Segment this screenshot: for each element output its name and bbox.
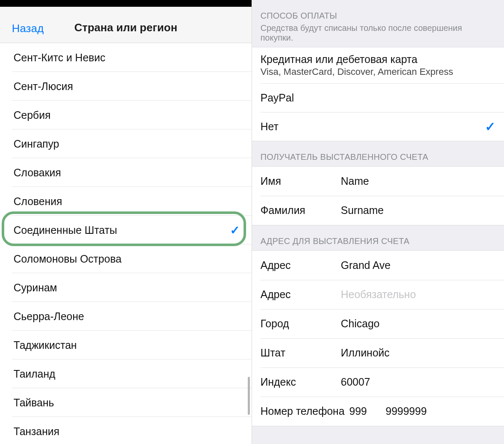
country-list[interactable]: Сент-Китс и НевисСент-ЛюсияСербияСингапу… — [0, 43, 252, 444]
country-row[interactable]: Сент-Китс и Невис — [0, 43, 252, 72]
checkmark-icon: ✓ — [485, 119, 496, 134]
zip-label: Индекс — [260, 376, 341, 388]
phone-number-field[interactable] — [386, 397, 504, 426]
nav-bar: Назад Страна или регион — [0, 7, 252, 43]
first-name-field[interactable] — [341, 167, 496, 196]
address2-row[interactable]: Адрес — [252, 280, 504, 309]
state-label: Штат — [260, 347, 341, 359]
first-name-label: Имя — [260, 175, 341, 187]
country-label: Таиланд — [14, 368, 240, 380]
country-row[interactable]: Сьерра-Леоне — [0, 302, 252, 331]
country-label: Сербия — [14, 109, 240, 121]
billing-name-group: Имя Фамилия — [252, 166, 504, 225]
last-name-row[interactable]: Фамилия — [252, 196, 504, 225]
country-label: Суринам — [14, 282, 240, 294]
country-label: Сингапур — [14, 138, 240, 150]
billing-address-header: АДРЕС ДЛЯ ВЫСТАВЛЕНИЯ СЧЕТА — [252, 225, 504, 250]
payment-option-title: Кредитная или дебетовая карта — [260, 53, 496, 66]
state-row[interactable]: Штат — [252, 338, 504, 367]
scroll-indicator — [248, 377, 250, 415]
address1-row[interactable]: Адрес — [252, 251, 504, 280]
first-name-row[interactable]: Имя — [252, 167, 504, 196]
country-row[interactable]: Суринам — [0, 273, 252, 302]
payment-option-title: PayPal — [260, 92, 496, 104]
country-region-screen: Назад Страна или регион Сент-Китс и Неви… — [0, 0, 252, 444]
payment-method-title: СПОСОБ ОПЛАТЫ — [260, 11, 496, 21]
city-label: Город — [260, 318, 341, 330]
country-label: Соломоновы Острова — [14, 253, 240, 265]
country-label: Тайвань — [14, 397, 240, 409]
page-title: Страна или регион — [0, 21, 252, 34]
country-row[interactable]: Сингапур — [0, 129, 252, 158]
country-label: Сент-Китс и Невис — [14, 52, 240, 64]
country-row[interactable]: Сербия — [0, 101, 252, 129]
country-row[interactable]: Сент-Люсия — [0, 72, 252, 101]
country-label: Словакия — [14, 167, 240, 179]
payment-option-row[interactable]: Кредитная или дебетовая картаVisa, Maste… — [252, 47, 504, 83]
phone-code-field[interactable] — [349, 397, 379, 426]
country-row[interactable]: Танзания — [0, 417, 252, 444]
country-row[interactable]: Таиланд — [0, 359, 252, 388]
address1-label: Адрес — [260, 259, 341, 271]
payment-method-sub: Средства будут списаны только после сове… — [260, 23, 496, 43]
country-label: Таджикистан — [14, 339, 240, 351]
country-row[interactable]: Соломоновы Острова — [0, 244, 252, 273]
payment-method-header: СПОСОБ ОПЛАТЫ Средства будут списаны тол… — [252, 0, 504, 47]
billing-address-group: Адрес Адрес Город Штат Индекс Номер теле… — [252, 250, 504, 426]
payment-settings-screen: СПОСОБ ОПЛАТЫ Средства будут списаны тол… — [252, 0, 504, 444]
city-row[interactable]: Город — [252, 309, 504, 338]
status-bar — [0, 0, 252, 7]
country-row[interactable]: Соединенные Штаты✓ — [0, 216, 252, 244]
address1-field[interactable] — [341, 251, 496, 280]
checkmark-icon: ✓ — [230, 223, 240, 237]
payment-option-row[interactable]: PayPal — [252, 83, 504, 112]
zip-row[interactable]: Индекс — [252, 367, 504, 397]
country-label: Соединенные Штаты — [14, 224, 230, 236]
country-row[interactable]: Тайвань — [0, 388, 252, 417]
country-row[interactable]: Словакия — [0, 158, 252, 187]
billing-address-title: АДРЕС ДЛЯ ВЫСТАВЛЕНИЯ СЧЕТА — [260, 236, 496, 246]
phone-label: Номер телефона — [260, 405, 349, 417]
country-label: Сент-Люсия — [14, 80, 240, 93]
phone-row[interactable]: Номер телефона — [252, 397, 504, 426]
payment-option-title: Нет — [260, 121, 485, 133]
country-label: Танзания — [14, 425, 240, 438]
payment-method-group: Кредитная или дебетовая картаVisa, Maste… — [252, 47, 504, 141]
country-row[interactable]: Словения — [0, 187, 252, 216]
city-field[interactable] — [341, 309, 496, 338]
state-field[interactable] — [341, 338, 496, 367]
payment-option-row[interactable]: Нет✓ — [252, 112, 504, 141]
billing-name-title: ПОЛУЧАТЕЛЬ ВЫСТАВЛЕННОГО СЧЕТА — [260, 152, 496, 162]
billing-name-header: ПОЛУЧАТЕЛЬ ВЫСТАВЛЕННОГО СЧЕТА — [252, 141, 504, 166]
country-row[interactable]: Таджикистан — [0, 331, 252, 359]
address2-label: Адрес — [260, 288, 341, 301]
last-name-field[interactable] — [341, 196, 496, 225]
zip-field[interactable] — [341, 367, 496, 397]
last-name-label: Фамилия — [260, 204, 341, 217]
payment-option-sub: Visa, MasterCard, Discover, American Exp… — [260, 66, 496, 77]
country-label: Сьерра-Леоне — [14, 310, 240, 323]
address2-field[interactable] — [341, 280, 496, 309]
country-label: Словения — [14, 195, 240, 208]
